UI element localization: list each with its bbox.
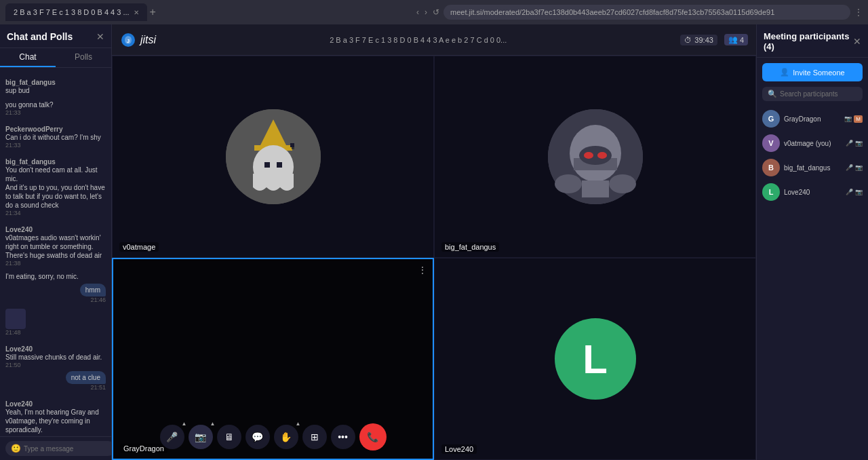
participant-avatar: B bbox=[762, 159, 780, 176]
cell-options-btn[interactable]: ⋮ bbox=[418, 265, 427, 275]
svg-rect-10 bbox=[294, 139, 298, 143]
svg-point-18 bbox=[555, 174, 582, 193]
participants-title: Meeting participants (4) bbox=[764, 31, 853, 52]
participant-name: big_fat_dangus bbox=[784, 164, 842, 172]
address-bar[interactable]: meet.jit.si/moderated/2ba3f7ec138d0b443a… bbox=[443, 5, 850, 20]
msg-time: 21:48 bbox=[5, 329, 106, 336]
chat-message-input[interactable] bbox=[24, 445, 110, 453]
video-toolbar: 🎤 ▲ 📷 ▲ 🖥 💬 ✋ ▲ ⊞ ••• 📞 bbox=[160, 423, 387, 451]
list-item: PeckerwoodPerry Can i do it without cam?… bbox=[5, 121, 106, 149]
reactions-chevron-icon[interactable]: ▲ bbox=[296, 421, 301, 427]
more-options-btn[interactable]: ••• bbox=[331, 425, 355, 449]
list-item: Love240 Still massive chunks of dead air… bbox=[5, 341, 106, 368]
list-item: Love240 v0atmages audio wasn't workin' r… bbox=[5, 222, 106, 267]
reactions-btn[interactable]: ✋ bbox=[274, 425, 298, 449]
video-cell-bigfat: big_fat_dangus bbox=[434, 56, 756, 258]
emoji-btn[interactable]: 🙂 bbox=[11, 444, 21, 453]
msg-text: Still massive chunks of dead air. bbox=[5, 353, 106, 362]
hangup-btn[interactable]: 📞 bbox=[359, 423, 387, 451]
tab-close-btn[interactable]: ✕ bbox=[134, 9, 139, 16]
msg-bubble: not a clue bbox=[66, 371, 106, 384]
participant-item-graydragon[interactable]: G GrayDragon 📷 M bbox=[760, 107, 865, 131]
participant-icons: 🎤 📷 bbox=[846, 140, 863, 147]
browser-menu-icon[interactable]: ⋮ bbox=[854, 7, 863, 17]
forward-btn[interactable]: › bbox=[425, 7, 427, 17]
add-tab-btn[interactable]: + bbox=[150, 6, 156, 18]
participants-close-btn[interactable]: ✕ bbox=[853, 36, 861, 47]
participants-panel: Meeting participants (4) ✕ 👤 Invite Some… bbox=[756, 24, 868, 460]
participant-name: v0atmage (you) bbox=[784, 140, 842, 147]
msg-sender: Love240 bbox=[5, 345, 106, 353]
svg-point-17 bbox=[597, 152, 607, 159]
list-item: not a clue 21:51 bbox=[5, 371, 106, 391]
participants-count: 4 bbox=[740, 36, 744, 44]
msg-text: You don't need cam at all. Just mic. bbox=[5, 166, 106, 183]
browser-icons: ⋮ bbox=[854, 7, 863, 17]
browser-chrome: 2 B a 3 F 7 E c 1 3 8 D 0 B 4 4 3 ... ✕ … bbox=[0, 0, 868, 24]
participant-cam-off-icon: 📷 bbox=[855, 189, 863, 195]
svg-rect-7 bbox=[264, 162, 270, 168]
msg-text: Yeah, I'm not hearing Gray and v0atmage,… bbox=[5, 408, 106, 434]
msg-text: v0atmages audio wasn't workin' right on … bbox=[5, 233, 106, 260]
search-participants-input[interactable] bbox=[780, 90, 866, 98]
participant-icons: 🎤 📷 bbox=[846, 164, 863, 171]
avatar-ninja-art bbox=[548, 109, 643, 204]
chat-close-btn[interactable]: ✕ bbox=[96, 31, 104, 42]
mic-chevron-icon[interactable]: ▲ bbox=[182, 421, 187, 427]
tab-bar: 2 B a 3 F 7 E c 1 3 8 D 0 B 4 4 3 ... ✕ … bbox=[5, 3, 412, 22]
reload-btn[interactable]: ↺ bbox=[433, 7, 439, 17]
msg-sender: PeckerwoodPerry bbox=[5, 126, 106, 133]
cam-chevron-icon[interactable]: ▲ bbox=[210, 421, 216, 427]
participant-icons: 🎤 📷 bbox=[846, 189, 863, 195]
invite-someone-btn[interactable]: 👤 Invite Someone bbox=[762, 63, 863, 81]
video-grid: v0atmage bbox=[112, 56, 756, 460]
msg-time: 21:50 bbox=[5, 362, 106, 368]
svg-text:J: J bbox=[127, 38, 130, 44]
participant-name: Love240 bbox=[784, 189, 842, 196]
tile-view-btn[interactable]: ⊞ bbox=[302, 425, 327, 449]
search-icon: 🔍 bbox=[768, 90, 777, 98]
participants-icon: 👥 bbox=[728, 35, 738, 44]
avatar-love240: L bbox=[555, 318, 636, 400]
app-body: Chat and Polls ✕ Chat Polls big_fat_dang… bbox=[0, 24, 868, 460]
cam-toggle-btn[interactable]: 📷 bbox=[189, 425, 213, 449]
url-text: meet.jit.si/moderated/2ba3f7ec138d0b443a… bbox=[450, 8, 774, 16]
svg-point-19 bbox=[609, 174, 636, 193]
participant-mic-off-icon: 🎤 bbox=[846, 164, 853, 171]
video-cell-love240: L Love240 bbox=[434, 258, 756, 460]
screen-share-btn[interactable]: 🖥 bbox=[217, 425, 241, 449]
tab-polls[interactable]: Polls bbox=[56, 48, 111, 67]
participant-item-vatmage[interactable]: V v0atmage (you) 🎤 📷 bbox=[760, 131, 865, 155]
participant-avatar: L bbox=[762, 183, 780, 201]
chat-tabs: Chat Polls bbox=[0, 48, 111, 68]
chat-toggle-btn[interactable]: 💬 bbox=[245, 425, 270, 449]
invite-label: Invite Someone bbox=[793, 69, 844, 77]
msg-time: 21:33 bbox=[5, 109, 106, 116]
avatar-vatmage bbox=[226, 109, 321, 204]
participant-avatar: V bbox=[762, 134, 780, 152]
participant-item-love240[interactable]: L Love240 🎤 📷 bbox=[760, 180, 865, 204]
cam-btn-wrap: 📷 ▲ bbox=[189, 425, 213, 449]
participant-cam-off-icon: 📷 bbox=[855, 140, 863, 147]
tab-chat[interactable]: Chat bbox=[0, 48, 56, 67]
mic-toggle-btn[interactable]: 🎤 bbox=[160, 425, 184, 449]
jitsi-logo: J jitsi bbox=[120, 32, 156, 48]
reactions-btn-wrap: ✋ ▲ bbox=[274, 425, 298, 449]
participant-item-bigfat[interactable]: B big_fat_dangus 🎤 📷 bbox=[760, 155, 865, 180]
msg-text: sup bud bbox=[5, 86, 106, 95]
active-tab[interactable]: 2 B a 3 F 7 E c 1 3 8 D 0 B 4 4 3 ... ✕ bbox=[5, 3, 147, 21]
list-item: big_fat_dangus sup bud bbox=[5, 75, 106, 95]
chat-input-wrap: 🙂 bbox=[5, 441, 115, 456]
svg-rect-8 bbox=[277, 162, 282, 168]
chat-messages: big_fat_dangus sup bud you gonna talk? 2… bbox=[0, 68, 111, 436]
video-cell-graydragon: ⋮ GrayDragon 🎤 ▲ 📷 ▲ 🖥 💬 ✋ bbox=[112, 258, 434, 460]
avatar-pixel-art bbox=[226, 109, 321, 204]
msg-sender: Love240 bbox=[5, 226, 106, 233]
msg-text: Can i do it without cam? I'm shy bbox=[5, 133, 106, 142]
svg-point-16 bbox=[584, 152, 593, 159]
jitsi-logo-icon: J bbox=[120, 32, 136, 48]
msg-bubble: hmm bbox=[80, 284, 106, 296]
back-btn[interactable]: ‹ bbox=[416, 7, 419, 17]
invite-icon: 👤 bbox=[780, 68, 789, 77]
meeting-timer: ⏱ 39:43 bbox=[680, 35, 717, 45]
